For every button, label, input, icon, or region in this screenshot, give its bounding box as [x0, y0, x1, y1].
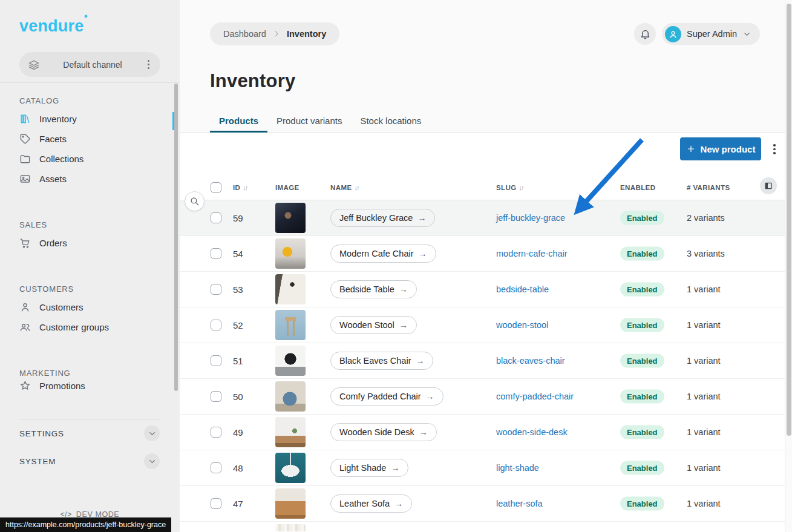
expand-button[interactable]	[144, 453, 160, 469]
sort-icon[interactable]: ↓↑	[519, 184, 523, 191]
sidebar-item-label: Customer groups	[39, 322, 109, 332]
channel-selector[interactable]: Default channel	[19, 52, 160, 77]
product-image[interactable]	[275, 346, 306, 376]
sidebar-section-settings[interactable]: SETTINGS	[0, 419, 180, 447]
user-menu[interactable]: Super Admin	[662, 23, 760, 45]
sort-icon[interactable]: ↓↑	[354, 184, 358, 191]
sidebar-item-facets[interactable]: Facets	[0, 129, 180, 149]
column-header-enabled: ENABLED	[620, 184, 655, 191]
arrow-right-icon: →	[391, 463, 399, 473]
nav-gap	[0, 253, 180, 271]
row-checkbox[interactable]	[211, 462, 221, 473]
product-slug-link[interactable]: modern-cafe-chair	[496, 249, 568, 258]
product-slug-link[interactable]: comfy-padded-chair	[496, 392, 574, 401]
product-name-chip[interactable]: Leather Sofa→	[330, 494, 412, 513]
product-image[interactable]	[275, 381, 306, 412]
chevron-right-icon	[272, 30, 281, 38]
product-image[interactable]	[275, 488, 306, 519]
variant-count: 3 variants	[687, 249, 725, 258]
sort-icon[interactable]: ↓↑	[243, 184, 247, 191]
breadcrumb-dashboard[interactable]: Dashboard	[223, 29, 266, 39]
product-image[interactable]	[275, 453, 306, 483]
product-slug-link[interactable]: jeff-buckley-grace	[496, 213, 565, 223]
row-checkbox-cell	[211, 462, 221, 473]
table-options-button[interactable]	[771, 142, 778, 157]
tab-product-variants[interactable]: Product variants	[267, 111, 351, 133]
table-row: 48Light Shade→light-shadeEnabled1 varian…	[180, 450, 785, 486]
row-checkbox[interactable]	[211, 391, 221, 402]
product-image[interactable]	[275, 274, 306, 304]
sidebar-item-collections[interactable]: Collections	[0, 149, 180, 169]
product-name-chip[interactable]: Black Eaves Chair→	[330, 352, 433, 370]
sidebar-scrollbar[interactable]	[174, 84, 178, 391]
channel-menu-button[interactable]	[145, 57, 152, 71]
tag-icon	[19, 133, 31, 145]
enabled-badge: Enabled	[620, 354, 664, 368]
product-name-chip[interactable]: Wooden Side Desk→	[330, 423, 437, 441]
row-checkbox[interactable]	[211, 355, 221, 366]
product-name: Modern Cafe Chair	[339, 249, 414, 258]
select-all-checkbox[interactable]	[211, 182, 221, 193]
product-slug-link[interactable]: leather-sofa	[496, 499, 543, 508]
arrow-right-icon: →	[417, 213, 426, 223]
sidebar-item-customer-groups[interactable]: Customer groups	[0, 317, 180, 337]
product-name-chip[interactable]: Modern Cafe Chair→	[330, 245, 436, 263]
product-name: Bedside Table	[339, 284, 394, 294]
row-checkbox[interactable]	[211, 212, 221, 223]
product-image[interactable]	[275, 310, 306, 340]
table-search-button[interactable]	[185, 191, 205, 211]
row-checkbox[interactable]	[211, 320, 221, 330]
enabled-badge: Enabled	[620, 283, 664, 297]
row-checkbox[interactable]	[211, 498, 221, 509]
product-id: 52	[233, 320, 243, 330]
sidebar-item-customers[interactable]: Customers	[0, 297, 180, 317]
notifications-button[interactable]	[634, 23, 656, 45]
product-image[interactable]	[275, 203, 306, 233]
nav-gap	[0, 337, 180, 355]
main-content: Dashboard Inventory Super Admin Inventor…	[180, 0, 792, 532]
sidebar-item-inventory[interactable]: Inventory	[0, 109, 180, 129]
product-image[interactable]	[275, 524, 306, 531]
product-id: 49	[233, 427, 243, 438]
product-slug-link[interactable]: wooden-stool	[496, 320, 548, 330]
column-settings-button[interactable]	[760, 177, 777, 194]
product-name-chip[interactable]: Wooden Stool→	[330, 316, 417, 334]
tab-stock-locations[interactable]: Stock locations	[351, 111, 430, 133]
sidebar-item-promotions[interactable]: Promotions	[0, 381, 180, 390]
product-name-chip[interactable]: Comfy Padded Chair→	[330, 387, 443, 406]
column-header-id[interactable]: ID↓↑	[233, 184, 247, 191]
sidebar-section-system[interactable]: SYSTEM	[0, 447, 180, 475]
variant-count: 1 variant	[687, 356, 721, 366]
column-header-slug[interactable]: SLUG↓↑	[496, 184, 523, 191]
product-image[interactable]	[275, 238, 306, 269]
column-header-name[interactable]: NAME↓↑	[330, 184, 358, 191]
table-row: 51Black Eaves Chair→black-eaves-chairEna…	[180, 343, 785, 379]
product-image[interactable]	[275, 417, 306, 447]
product-id: 47	[233, 499, 243, 509]
row-checkbox[interactable]	[211, 284, 221, 295]
row-checkbox-cell	[211, 320, 221, 330]
row-checkbox-cell	[211, 498, 221, 509]
breadcrumb-inventory[interactable]: Inventory	[287, 29, 326, 39]
product-slug-link[interactable]: wooden-side-desk	[496, 427, 568, 437]
user-icon	[19, 301, 31, 313]
product-slug-link[interactable]: bedside-table	[496, 284, 549, 294]
product-name-chip[interactable]: Bedside Table→	[330, 280, 417, 298]
row-checkbox[interactable]	[211, 427, 221, 438]
nav-gap	[0, 390, 180, 408]
page-scrollbar[interactable]	[785, 0, 792, 532]
sidebar-item-assets[interactable]: Assets	[0, 169, 180, 189]
row-checkbox[interactable]	[211, 248, 221, 259]
product-slug-link[interactable]: light-shade	[496, 463, 539, 473]
arrow-right-icon: →	[419, 427, 428, 437]
tab-products[interactable]: Products	[210, 111, 267, 133]
arrow-right-icon: →	[399, 284, 408, 294]
product-slug-link[interactable]: black-eaves-chair	[496, 356, 565, 366]
image-icon	[19, 173, 31, 185]
sidebar-item-orders[interactable]: Orders	[0, 233, 180, 253]
product-name-chip[interactable]: Jeff Buckley Grace→	[330, 209, 435, 227]
sidebar-section-label: SYSTEM	[19, 457, 56, 466]
new-product-button[interactable]: New product	[680, 137, 761, 160]
expand-button[interactable]	[144, 425, 160, 441]
product-name-chip[interactable]: Light Shade→	[330, 459, 408, 477]
